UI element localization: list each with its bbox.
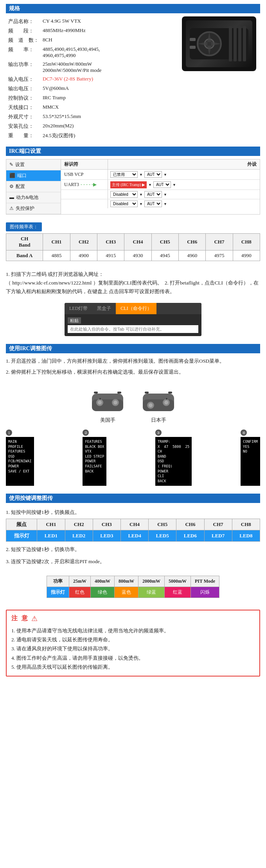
settings-icon: ✎ bbox=[9, 162, 13, 168]
irc-menu-port[interactable]: ⬛ 端口 bbox=[6, 170, 61, 181]
bf-tab-blackbox[interactable]: 黑盒子 bbox=[92, 303, 116, 314]
irc-menu-power[interactable]: ▬ 动力&电池 bbox=[6, 192, 61, 203]
spec-table: 产品名称： CY 4.9G 5W VTX 频 段： 4885MHz-4990MH… bbox=[6, 16, 182, 141]
ch-th-7: CH7 bbox=[204, 519, 232, 530]
bf-paste-label-area: 粘贴 bbox=[68, 317, 198, 324]
ch-led-7: LED7 bbox=[204, 530, 232, 541]
spec-value: CY 4.9G 5W VTX bbox=[41, 17, 181, 26]
freq-table-btn: 图传频率表： bbox=[6, 222, 42, 231]
freq-th-ch6: CH6 bbox=[178, 234, 205, 251]
betaflight-area: LED灯带 黑盒子 CLI（命令行） 粘贴 bbox=[6, 303, 260, 336]
svg-text:▲: ▲ bbox=[165, 397, 168, 400]
spec-label: 输出电压： bbox=[7, 84, 40, 93]
irc-select-disabled-4[interactable]: Disabled bbox=[110, 200, 138, 207]
freq-data-row: Band A 4885 4900 4915 4930 4945 4960 497… bbox=[6, 251, 260, 261]
bf-tab-bar: LED灯带 黑盒子 CLI（命令行） bbox=[65, 303, 201, 314]
table-row: 频 率： 4885,4900,4915,4930,4945, 4960,4975… bbox=[7, 45, 181, 59]
irc-data-row-3: Disabled ▼ AUTO ▼ bbox=[61, 190, 260, 199]
btn-step-1: 1. 短按中间按键1秒，切换频点。 bbox=[6, 506, 260, 518]
spec-label: 输出功率： bbox=[7, 60, 40, 74]
ch-led-6: LED6 bbox=[176, 530, 204, 541]
osd-row: 1 MAIN PROFILE FEATURES OSD FCB/MINIWAI … bbox=[6, 430, 260, 486]
irc-usage-header: 使用IRC调整图传 bbox=[6, 344, 260, 353]
uart-label: UART3 bbox=[64, 182, 79, 188]
irc-select-auto-1[interactable]: AUTO bbox=[144, 171, 162, 178]
vtx-svg bbox=[186, 20, 252, 67]
power-blink: 闪烁 bbox=[191, 587, 219, 598]
freq-section: 图传频率表： CHBand CH1 CH2 CH3 CH4 CH5 CH6 CH… bbox=[0, 218, 266, 267]
osd-number-2: ② bbox=[83, 430, 89, 436]
btn-step-2: 2. 短按下边按键1秒，切换功率。 bbox=[6, 542, 260, 555]
tramp-label: 主传 (IRC Tramp) ▶ bbox=[110, 181, 147, 188]
irc-right-row-2: 主传 (IRC Tramp) ▶ ▼ AUTO ▼ bbox=[108, 180, 260, 190]
controller-row: ▲ 美国手 ▲ 日本手 bbox=[0, 388, 266, 424]
power-blue: 蓝色 bbox=[114, 587, 138, 598]
freq-4960: 4960 bbox=[178, 251, 205, 261]
table-row: 重 量： 24.5克(仅图传) bbox=[7, 131, 181, 140]
power-th-800mw: 800mW bbox=[114, 576, 138, 587]
table-row: 输出电压： 5V@600mA bbox=[7, 84, 181, 93]
irc-menu-config[interactable]: ⚙ 配置 bbox=[6, 181, 61, 192]
port-label: 端口 bbox=[17, 172, 27, 179]
irc-menu-settings[interactable]: ✎ 设置 bbox=[6, 159, 61, 170]
irc-left: ✎ 设置 ⬛ 端口 ⚙ 配置 ▬ 动力&电池 ⚠ 失控保护 bbox=[6, 159, 61, 214]
svg-rect-3 bbox=[238, 26, 241, 61]
power-red: 红色 bbox=[69, 587, 90, 598]
freq-th-ch1: CH1 bbox=[43, 234, 70, 251]
osd-box-2: FEATURES BLACK BOX VTX LED STRIP POWER F… bbox=[83, 437, 106, 486]
irc-select-auto-2[interactable]: AUTO bbox=[153, 181, 171, 188]
ch-header-row: 频点 CH1 CH2 CH3 CH4 CH5 CH6 CH7 CH8 bbox=[6, 519, 260, 530]
irc-arrow-auto-3: ▼ bbox=[164, 193, 167, 197]
irc-select-auto-4[interactable]: AUTO bbox=[144, 200, 162, 207]
table-row: 安装孔位： 20x20mm(M2) bbox=[7, 122, 181, 131]
power-header-row: 功率 25mW 400mW 800mW 2000mW 5000mW PIT Mo… bbox=[47, 576, 219, 587]
text-section-1: 1. 扫描下方二维码 或打开浏览器输入网址： （ http://www.idc-… bbox=[0, 267, 266, 299]
power-greenblue: 绿蓝 bbox=[138, 587, 164, 598]
irc-center-area: 标识符 外设 USB VCP 已禁用 ▼ AUTO ▼ UART3 bbox=[61, 159, 260, 214]
bf-paste-input[interactable] bbox=[68, 325, 198, 333]
svg-point-23 bbox=[164, 401, 168, 404]
power-table: 功率 25mW 400mW 800mW 2000mW 5000mW PIT Mo… bbox=[47, 576, 219, 598]
dashed-indicator: - - - - -▶ bbox=[81, 182, 97, 188]
svg-point-12 bbox=[98, 401, 102, 404]
irc-select-disabled-3[interactable]: Disabled bbox=[110, 191, 138, 198]
irc-select-disabled-1[interactable]: 已禁用 bbox=[110, 171, 138, 178]
bf-tab-cli[interactable]: CLI（命令行） bbox=[116, 303, 156, 314]
ch-led-5: LED5 bbox=[149, 530, 176, 541]
irc-data-row-2: UART3 - - - - -▶ 主传 (IRC Tramp) ▶ ▼ AUTO… bbox=[61, 180, 260, 190]
osd-item-2: ② FEATURES BLACK BOX VTX LED STRIP POWER… bbox=[83, 430, 106, 486]
instruction-text-1: 1. 扫描下方二维码 或打开浏览器输入网址： （ http://www.idc-… bbox=[6, 270, 260, 296]
spec-value: 4885MHz-4990MHz bbox=[41, 27, 181, 35]
config-label: 配置 bbox=[16, 183, 25, 190]
vtx-image bbox=[182, 16, 256, 71]
table-row: 产品名称： CY 4.9G 5W VTX bbox=[7, 17, 181, 26]
irc-select-auto-3[interactable]: AUTO bbox=[144, 191, 162, 198]
page-wrapper: 规格 产品名称： CY 4.9G 5W VTX 频 段： 4885MHz-499… bbox=[0, 0, 266, 677]
warning-icon: ⚠ bbox=[31, 614, 38, 623]
osd-number-4: ④ bbox=[241, 430, 247, 436]
irc-col-header-id: 标识符 bbox=[61, 159, 108, 169]
spec-label: 安装孔位： bbox=[7, 122, 40, 131]
freq-th-ch7: CH7 bbox=[206, 234, 233, 251]
notice-item-1: 1. 使用本产品请遵守当地无线电法律法规，使用当地允许的频道频率。 bbox=[11, 626, 255, 635]
irc-menu-failsafe[interactable]: ⚠ 失控保护 bbox=[6, 203, 61, 214]
irc-header-row: 标识符 外设 bbox=[61, 159, 260, 170]
spec-label: 频 率： bbox=[7, 45, 40, 59]
ch-led-8: LED8 bbox=[232, 530, 260, 541]
spec-value: 53.5*325*15.5mm bbox=[41, 113, 181, 121]
ch-th-1: CH1 bbox=[37, 519, 65, 530]
japanese-label: 日本手 bbox=[141, 417, 176, 424]
spec-label: 天线接口： bbox=[7, 103, 40, 112]
svg-rect-25 bbox=[168, 392, 172, 394]
bf-tab-led[interactable]: LED灯带 bbox=[65, 303, 92, 314]
svg-rect-2 bbox=[234, 26, 237, 61]
config-icon: ⚙ bbox=[9, 184, 14, 190]
spec-value: 5V@600mA bbox=[41, 84, 181, 93]
spec-label: 外观尺寸： bbox=[7, 113, 40, 121]
power-th-pit: PIT Mode bbox=[191, 576, 219, 587]
vtx-image-inner bbox=[186, 20, 252, 67]
american-controller: ▲ 美国手 bbox=[90, 388, 125, 424]
ch-th-6: CH6 bbox=[176, 519, 204, 530]
table-row: 天线接口： MMCX bbox=[7, 103, 181, 112]
ch-led-4: LED4 bbox=[120, 530, 148, 541]
